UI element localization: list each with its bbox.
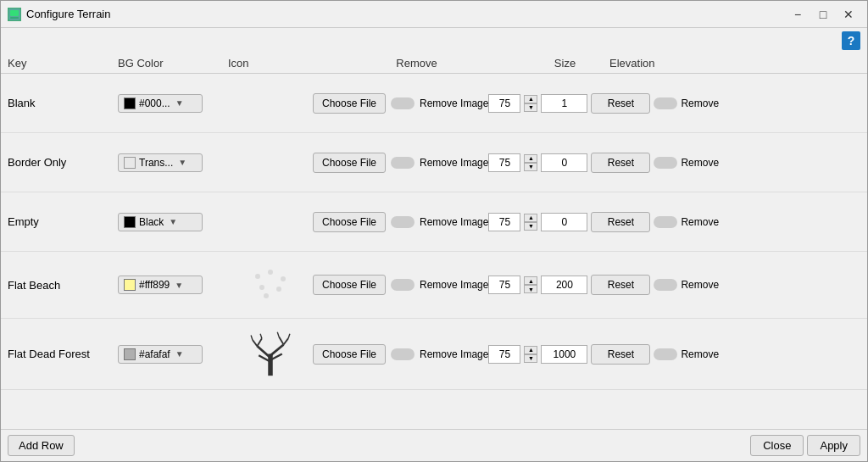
size-input-empty[interactable] <box>488 213 520 231</box>
reset-btn-border-only[interactable]: Reset <box>591 153 650 173</box>
size-spin-flat-dead-forest: ▲ ▼ <box>524 346 537 363</box>
size-down-flat-dead-forest[interactable]: ▼ <box>524 354 537 363</box>
color-picker-flat-dead-forest[interactable]: #afafaf ▼ <box>118 345 203 364</box>
color-label-flat-beach: #fff899 <box>139 279 170 291</box>
remove-toggle-border-only[interactable] <box>654 157 677 169</box>
remove-image-toggle-border-only[interactable] <box>391 157 415 169</box>
remove-toggle-blank[interactable] <box>654 97 677 109</box>
terrain-row: Flat Dead Forest #afafaf ▼ <box>1 319 867 390</box>
remove-label-empty: Remove <box>681 216 719 228</box>
size-up-flat-dead-forest[interactable]: ▲ <box>524 346 537 354</box>
beach-icon <box>249 264 292 306</box>
remove-label-flat-dead-forest: Remove <box>681 348 719 360</box>
color-picker-flat-beach[interactable]: #fff899 ▼ <box>118 276 203 294</box>
reset-btn-flat-dead-forest[interactable]: Reset <box>591 344 650 365</box>
minimize-button[interactable]: − <box>786 5 810 24</box>
color-dropdown-icon-flat-beach: ▼ <box>175 281 183 290</box>
remove-image-toggle-flat-beach[interactable] <box>391 279 415 291</box>
row-bgcolor-empty: Black ▼ <box>118 213 228 231</box>
svg-point-5 <box>281 276 286 281</box>
row-controls-blank: ▲ ▼ Reset Remove <box>488 93 860 114</box>
svg-line-16 <box>284 338 289 344</box>
row-bgcolor-border-only: Trans... ▼ <box>118 153 228 172</box>
elevation-input-flat-dead-forest[interactable] <box>541 345 587 364</box>
row-key-border-only: Border Only <box>8 156 118 169</box>
size-input-flat-dead-forest[interactable] <box>488 345 520 364</box>
row-bgcolor-flat-beach: #fff899 ▼ <box>118 276 228 294</box>
color-dropdown-icon-flat-dead-forest: ▼ <box>175 349 184 359</box>
svg-point-3 <box>255 274 260 279</box>
remove-image-label-empty: Remove Image <box>420 216 488 228</box>
size-up-empty[interactable]: ▲ <box>524 214 537 222</box>
size-input-flat-beach[interactable] <box>488 276 520 294</box>
size-down-flat-beach[interactable]: ▼ <box>524 285 537 293</box>
color-dropdown-icon-empty: ▼ <box>169 217 177 226</box>
window-close-button[interactable]: ✕ <box>837 5 860 24</box>
remove-image-toggle-blank[interactable] <box>391 97 415 109</box>
remove-image-toggle-empty[interactable] <box>391 216 415 228</box>
svg-rect-1 <box>10 10 19 16</box>
help-button[interactable]: ? <box>842 31 860 50</box>
color-swatch-blank <box>124 97 136 109</box>
bottom-bar: Add Row Close Apply <box>1 429 867 461</box>
remove-image-label-blank: Remove Image <box>420 97 488 109</box>
col-header-key: Key <box>8 57 118 70</box>
row-bgcolor-flat-dead-forest: #afafaf ▼ <box>118 345 228 364</box>
row-icon-flat-beach <box>228 264 313 306</box>
close-button[interactable]: Close <box>750 435 804 456</box>
color-picker-blank[interactable]: #000... ▼ <box>118 94 203 113</box>
terrain-row: Blank #000... ▼ Choose File Remove Image… <box>1 74 867 133</box>
color-picker-border-only[interactable]: Trans... ▼ <box>118 153 203 172</box>
help-bar: ? <box>1 28 867 53</box>
choose-file-btn-flat-dead-forest[interactable]: Choose File <box>313 344 386 365</box>
size-down-blank[interactable]: ▼ <box>524 103 537 112</box>
size-up-flat-beach[interactable]: ▲ <box>524 276 537 285</box>
size-down-border-only[interactable]: ▼ <box>524 163 537 171</box>
row-icon-flat-dead-forest <box>228 331 313 377</box>
size-input-blank[interactable] <box>488 94 520 113</box>
terrain-rows-container: Blank #000... ▼ Choose File Remove Image… <box>1 74 867 429</box>
choose-file-btn-flat-beach[interactable]: Choose File <box>313 275 386 295</box>
elevation-input-empty[interactable] <box>541 213 587 231</box>
elevation-input-blank[interactable] <box>541 94 587 113</box>
remove-toggle-flat-beach[interactable] <box>654 279 677 291</box>
color-dropdown-icon-blank: ▼ <box>175 98 184 108</box>
dead-tree-icon <box>249 331 292 377</box>
size-up-border-only[interactable]: ▲ <box>524 154 537 163</box>
reset-btn-flat-beach[interactable]: Reset <box>591 275 650 295</box>
apply-button[interactable]: Apply <box>807 435 860 456</box>
reset-btn-empty[interactable]: Reset <box>591 212 650 232</box>
size-up-blank[interactable]: ▲ <box>524 95 537 103</box>
elevation-input-border-only[interactable] <box>541 153 587 172</box>
row-controls-flat-beach: ▲ ▼ Reset Remove <box>488 275 860 295</box>
color-swatch-flat-beach <box>124 279 136 291</box>
svg-point-6 <box>259 285 264 290</box>
size-input-border-only[interactable] <box>488 153 520 172</box>
svg-line-18 <box>251 336 253 341</box>
size-spin-empty: ▲ ▼ <box>524 214 537 231</box>
size-down-empty[interactable]: ▼ <box>524 222 537 231</box>
reset-btn-blank[interactable]: Reset <box>591 93 650 114</box>
color-label-flat-dead-forest: #afafaf <box>139 348 170 360</box>
svg-line-17 <box>279 337 284 344</box>
color-dropdown-icon-border-only: ▼ <box>178 158 186 167</box>
row-file-flat-beach: Choose File Remove Image <box>313 275 488 295</box>
choose-file-btn-empty[interactable]: Choose File <box>313 212 386 232</box>
choose-file-btn-blank[interactable]: Choose File <box>313 93 386 114</box>
add-row-button[interactable]: Add Row <box>8 435 75 456</box>
svg-rect-2 <box>10 17 19 19</box>
maximize-button[interactable]: □ <box>811 5 835 24</box>
choose-file-btn-border-only[interactable]: Choose File <box>313 153 386 173</box>
svg-line-21 <box>277 332 279 337</box>
remove-image-toggle-flat-dead-forest[interactable] <box>391 348 415 360</box>
row-bgcolor-blank: #000... ▼ <box>118 94 228 113</box>
remove-toggle-flat-dead-forest[interactable] <box>654 348 677 360</box>
elevation-input-flat-beach[interactable] <box>541 276 587 294</box>
terrain-row: Flat Beach #fff899 ▼ Cho <box>1 252 867 319</box>
window-icon <box>8 8 21 21</box>
row-file-flat-dead-forest: Choose File Remove Image <box>313 344 488 365</box>
remove-toggle-empty[interactable] <box>654 216 677 228</box>
color-picker-empty[interactable]: Black ▼ <box>118 213 203 231</box>
col-header-elevation: Elevation <box>609 57 728 70</box>
terrain-row: Empty Black ▼ Choose File Remove Image ▲… <box>1 192 867 252</box>
